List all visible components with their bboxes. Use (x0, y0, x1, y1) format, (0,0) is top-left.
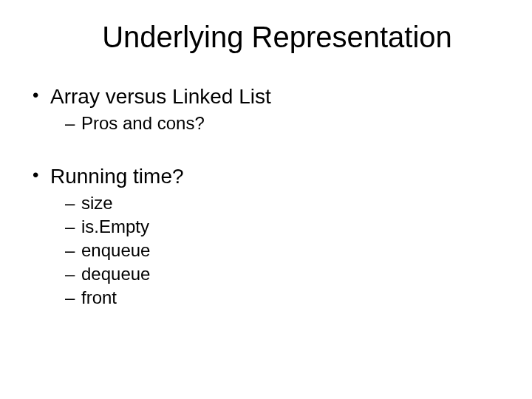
slide: Underlying Representation Array versus L… (0, 0, 532, 399)
spacer (30, 140, 502, 165)
list-item: Array versus Linked List Pros and cons? (30, 85, 502, 134)
sub-list-item: is.Empty (65, 216, 502, 237)
sub-list-item: enqueue (65, 240, 502, 261)
slide-title: Underlying Representation (52, 21, 502, 54)
sub-list-item: dequeue (65, 264, 502, 284)
sub-list-item: Pros and cons? (65, 113, 502, 134)
sub-list: Pros and cons? (50, 113, 502, 134)
list-item-text: Running time? (50, 165, 184, 188)
sub-list-item: size (65, 193, 502, 214)
list-item: Running time? size is.Empty enqueue dequ… (30, 165, 502, 308)
sub-list-item: front (65, 287, 502, 308)
list-item-text: Array versus Linked List (50, 85, 271, 108)
sub-list: size is.Empty enqueue dequeue front (50, 193, 502, 308)
bullet-list: Array versus Linked List Pros and cons? … (30, 85, 502, 308)
